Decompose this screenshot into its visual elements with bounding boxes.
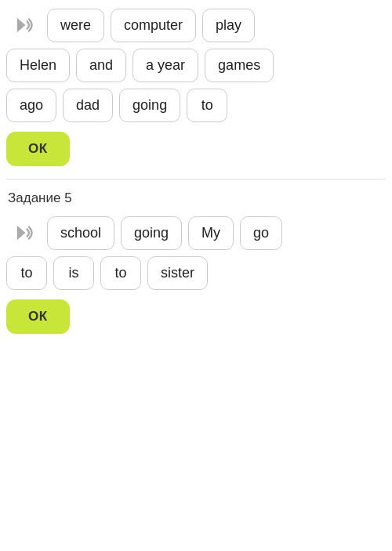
word-tile-were[interactable]: were (47, 9, 104, 42)
ok-button-5[interactable]: ОК (6, 299, 70, 334)
word-tile-to-4[interactable]: to (187, 89, 227, 122)
word-tile-a-year[interactable]: a year (132, 49, 198, 82)
exercise4-row2: Helen and a year games (6, 49, 386, 82)
section-divider (6, 179, 386, 179)
ok-button-4[interactable]: ОК (6, 132, 70, 166)
word-tile-to5b[interactable]: to (100, 256, 141, 290)
word-tile-to5a[interactable]: to (6, 256, 47, 290)
task5-label: Задание 5 (6, 190, 386, 206)
exercise5-ok-row: ОК (6, 296, 386, 334)
word-tile-going[interactable]: going (119, 89, 180, 122)
exercise4-ok-row: ОК (6, 129, 386, 166)
svg-marker-1 (17, 226, 26, 241)
audio-button-4[interactable] (6, 8, 41, 42)
exercise4-row1: were computer play (6, 8, 386, 42)
word-tile-computer[interactable]: computer (111, 9, 196, 42)
word-tile-dad[interactable]: dad (63, 89, 113, 122)
word-tile-school[interactable]: school (47, 216, 114, 250)
word-tile-and[interactable]: and (76, 49, 126, 82)
word-tile-sister[interactable]: sister (147, 256, 208, 290)
exercise4-row3: ago dad going to (6, 89, 386, 122)
word-tile-my[interactable]: My (188, 216, 234, 250)
exercise5-row1: school going My go (6, 216, 386, 250)
word-tile-go[interactable]: go (240, 216, 282, 250)
exercise-5: Задание 5 school going My go to is to si… (6, 190, 386, 334)
exercise-4: were computer play Helen and a year game… (6, 8, 386, 166)
word-tile-play[interactable]: play (202, 9, 255, 42)
word-tile-going5[interactable]: going (121, 216, 182, 250)
word-tile-ago[interactable]: ago (6, 89, 56, 122)
exercise5-row2: to is to sister (6, 256, 386, 290)
svg-marker-0 (17, 18, 26, 33)
word-tile-is[interactable]: is (53, 256, 94, 290)
word-tile-games[interactable]: games (205, 49, 274, 82)
word-tile-helen[interactable]: Helen (6, 49, 70, 82)
audio-button-5[interactable] (6, 216, 41, 250)
